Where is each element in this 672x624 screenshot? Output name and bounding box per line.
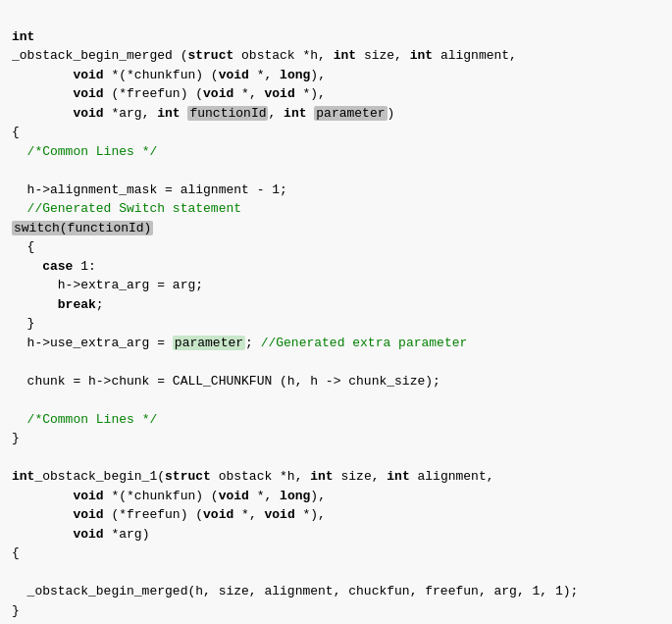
func-sig-1: _obstack_begin_merged (struct obstack *h… — [12, 48, 517, 63]
code-display: int _obstack_begin_merged (struct obstac… — [12, 8, 660, 624]
type-int-1: int — [12, 29, 34, 44]
line-1: int _obstack_begin_merged (struct obstac… — [12, 29, 586, 625]
